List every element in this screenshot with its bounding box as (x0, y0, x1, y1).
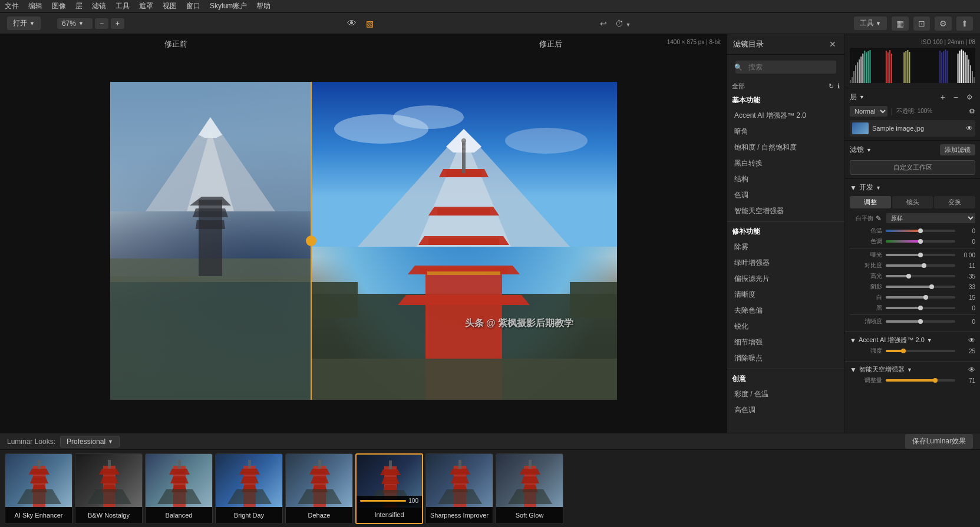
filter-item-chroma[interactable]: 彩度 / 色温 (727, 386, 844, 402)
film-item-dehaze[interactable]: Dehaze (285, 453, 353, 524)
filter-item-structure[interactable]: 结构 (727, 171, 844, 187)
sky-eye-icon[interactable]: 👁 (968, 366, 975, 374)
tab-adjust[interactable]: 调整 (850, 196, 891, 208)
filter-item-sky-enhancer[interactable]: 智能天空增强器 (727, 203, 844, 219)
layer-visibility-icon[interactable]: 👁 (966, 124, 973, 132)
opacity-separator: | (891, 107, 893, 115)
eye-toggle-button[interactable]: 👁 (344, 16, 359, 31)
menu-window[interactable]: 窗口 (186, 1, 200, 11)
filter-item-dehaze[interactable]: 除雾 (727, 239, 844, 255)
single-view-button[interactable]: ⊡ (913, 16, 930, 31)
exposure-slider[interactable] (886, 254, 955, 256)
filter-item-saturation[interactable]: 饱和度 / 自然饱和度 (727, 140, 844, 155)
svg-rect-68 (968, 59, 969, 83)
filter-item-vignette[interactable]: 暗角 (727, 124, 844, 140)
accent-strength-slider[interactable] (886, 350, 955, 352)
tools-button[interactable]: 工具 ▼ (854, 16, 887, 30)
zoom-increase-button[interactable]: + (111, 18, 124, 29)
filter-item-foliage[interactable]: 绿叶增强器 (727, 255, 844, 271)
filter-item-polarizing[interactable]: 偏振滤光片 (727, 271, 844, 287)
sky-title-group: ▼ 智能天空增强器 ▼ (850, 365, 912, 374)
tab-transform[interactable]: 变换 (934, 196, 975, 208)
filter-item-bw[interactable]: 黑白转换 (727, 155, 844, 171)
dev-header: ▼ 开发 ▼ (850, 183, 975, 193)
menu-file[interactable]: 文件 (5, 1, 19, 11)
menu-layer[interactable]: 层 (75, 1, 83, 11)
divider-handle[interactable] (306, 236, 316, 246)
open-button[interactable]: 打开 ▼ (7, 16, 41, 30)
filter-item-remove-color-cast[interactable]: 去除色偏 (727, 303, 844, 319)
black-slider[interactable] (886, 307, 955, 309)
filter-catalog-close-button[interactable]: ✕ (827, 39, 839, 49)
white-value: 15 (958, 294, 975, 301)
svg-rect-64 (961, 49, 962, 83)
zoom-decrease-button[interactable]: − (95, 18, 108, 29)
svg-rect-71 (974, 77, 975, 83)
menu-image[interactable]: 图像 (52, 1, 66, 11)
export-button[interactable]: ⬆ (956, 16, 973, 31)
filter-item-tone[interactable]: 色调 (727, 187, 844, 203)
filter-item-high-key[interactable]: 高色调 (727, 402, 844, 418)
menu-edit[interactable]: 编辑 (28, 1, 42, 11)
wb-edit-icon[interactable]: ✎ (876, 214, 882, 223)
shadows-slider[interactable] (886, 286, 955, 288)
filters-label: 滤镜 (850, 145, 864, 155)
custom-workspace-button[interactable]: 自定义工作区 (850, 160, 975, 175)
tint-slider[interactable] (886, 240, 955, 243)
menu-filter[interactable]: 滤镜 (92, 1, 106, 11)
clarity-slider[interactable] (886, 320, 955, 323)
wb-select[interactable]: 原样 (886, 213, 975, 223)
filter-search-input[interactable] (735, 61, 836, 74)
filter-item-accent-ai[interactable]: Accent AI 增强器™ 2.0 (727, 108, 844, 124)
film-label: Dehaze (286, 507, 352, 523)
save-looks-button[interactable]: 保存Luminar效果 (905, 434, 973, 449)
filter-item-sharpening[interactable]: 锐化 (727, 319, 844, 334)
layers-remove-button[interactable]: − (951, 92, 961, 102)
sky-header: ▼ 智能天空增强器 ▼ 👁 (850, 365, 975, 374)
contrast-slider[interactable] (886, 264, 955, 267)
film-item-soft-glow[interactable]: Soft Glow (496, 453, 563, 524)
menu-tools[interactable]: 工具 (116, 1, 130, 11)
cycle-icon[interactable]: ↻ (829, 82, 834, 90)
layer-name: Sample image.jpg (872, 125, 962, 132)
film-item-ai-sky-enhancer[interactable]: AI Sky Enhancer (5, 453, 72, 524)
white-slider[interactable] (886, 296, 955, 299)
add-filter-button[interactable]: 添加滤镜 (940, 144, 975, 155)
image-container[interactable] (110, 82, 617, 400)
info-icon[interactable]: ℹ (837, 82, 840, 90)
filter-item-noise-removal[interactable]: 消除噪点 (727, 350, 844, 366)
film-item-b&w-nostalgy[interactable]: B&W Nostalgy (75, 453, 143, 524)
history-button[interactable]: ⏱ ▼ (612, 17, 634, 30)
film-item-balanced[interactable]: Balanced (145, 453, 213, 524)
tab-lens[interactable]: 镜头 (892, 196, 933, 208)
dev-row-highlights: 高光 -35 (850, 272, 975, 280)
settings-icon-button[interactable]: ⚙ (935, 16, 952, 31)
sky-amount-slider[interactable] (886, 379, 955, 382)
filter-item-detail-enhance[interactable]: 细节增强 (727, 334, 844, 350)
grid-view-button[interactable]: ▦ (892, 16, 909, 31)
filter-item-clarity[interactable]: 清晰度 (727, 287, 844, 303)
film-label: Soft Glow (496, 507, 563, 523)
undo-button[interactable]: ↩ (597, 17, 610, 30)
film-item-bright-day[interactable]: Bright Day (215, 453, 283, 524)
film-label: Bright Day (216, 507, 282, 523)
layers-settings-button[interactable]: ⚙ (964, 92, 975, 102)
blend-mode-select[interactable]: Normal (850, 106, 887, 117)
preset-selector-button[interactable]: Professional ▼ (60, 436, 120, 448)
film-item-intensified[interactable]: 100Intensified (355, 453, 423, 524)
layers-gear-icon[interactable]: ⚙ (969, 107, 975, 115)
toolbar-right: 工具 ▼ ▦ ⊡ ⚙ ⬆ (854, 16, 973, 31)
menu-mask[interactable]: 遮罩 (139, 1, 153, 11)
accent-eye-icon[interactable]: 👁 (968, 336, 975, 344)
highlights-slider[interactable] (886, 275, 955, 277)
menu-help[interactable]: 帮助 (256, 1, 270, 11)
color-temp-slider[interactable] (886, 230, 955, 232)
film-item-sharpness-improver[interactable]: Sharpness Improver (425, 453, 493, 524)
compare-button[interactable]: ▧ (363, 17, 377, 30)
film-thumb (75, 454, 142, 507)
menu-skylum[interactable]: Skylum账户 (210, 1, 247, 11)
layers-add-button[interactable]: + (938, 92, 948, 102)
layer-row[interactable]: Sample image.jpg 👁 (850, 120, 975, 137)
menu-view[interactable]: 视图 (163, 1, 177, 11)
filters-section: 滤镜 ▼ 添加滤镜 自定义工作区 (845, 141, 980, 179)
